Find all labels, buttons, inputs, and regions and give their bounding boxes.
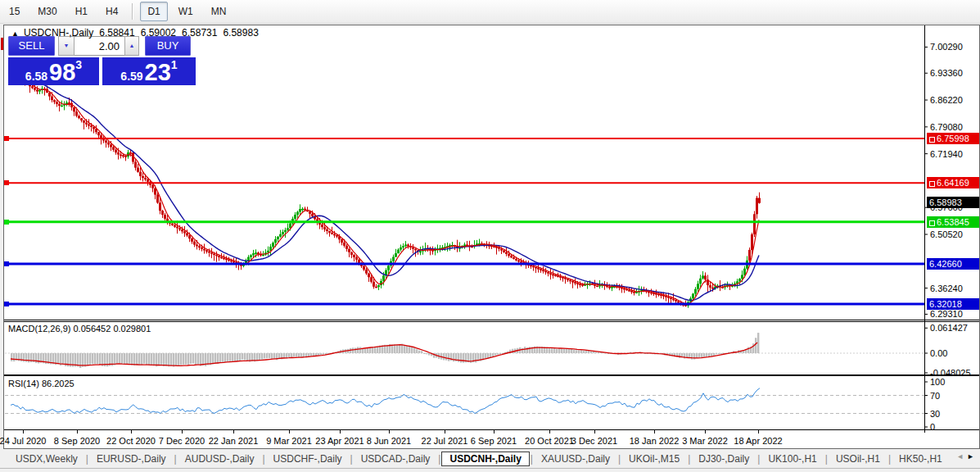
line-edge-marker[interactable] [4,302,9,306]
ohlc-low: 6.58731 [182,27,217,39]
axis-price-label: 6.29310 [930,309,963,319]
ohlc-high: 6.59002 [141,27,176,39]
tab-scroll-right-icon[interactable]: ► [967,452,978,461]
timeframe-button-w1[interactable]: W1 [171,2,201,21]
buy-price-prefix: 6.59 [120,69,142,84]
chart-tab-bar: USDX,Weekly|EURUSD-,Daily|AUDUSD-,Daily|… [0,450,980,469]
spin-down-icon: ▼ [64,43,70,48]
collapse-panel-icon[interactable]: ▲ [11,30,19,38]
macd-histogram [11,333,759,368]
chart-tab-usdcnh[interactable]: USDCNH-,Daily [441,452,529,466]
timeframe-button-mn[interactable]: MN [204,2,234,21]
axis-price-badge: 6.64169 [927,177,979,188]
timeframe-button-15[interactable]: 15 [2,2,27,21]
sell-price-main: 98 [49,61,75,84]
chart-tab-xauusd[interactable]: XAUUSD-,Daily [534,452,617,466]
line-marker-icon [929,220,935,226]
chart-canvas[interactable] [4,25,979,448]
axis-price-badge: 6.75998 [927,133,979,144]
macd-axis-label: 0.00 [930,348,947,358]
line-edge-marker[interactable] [4,220,9,225]
axis-price-badge: 6.32018 [927,298,979,310]
timeframe-button-h1[interactable]: H1 [68,2,95,21]
volume-decrease-button[interactable]: ▼ [58,36,75,56]
buy-price-pip: 1 [171,59,178,70]
buy-button[interactable]: BUY [145,36,191,56]
axis-price-label: 6.79080 [930,122,963,132]
window-edge-marker [1,38,3,50]
chart-tab-usdcad[interactable]: USDCAD-,Daily [354,452,438,466]
axis-price-label: 7.00290 [930,42,963,52]
sell-button[interactable]: SELL [8,36,55,56]
macd-axis-label: 0.061427 [930,323,968,333]
line-edge-marker[interactable] [4,261,9,266]
rsi-axis-label: 100 [930,377,945,387]
chart-tab-dj30[interactable]: DJ30-,Daily [691,452,756,466]
spin-up-icon: ▲ [129,43,135,48]
rsi-line [11,388,760,414]
axis-price-badge: 6.53845 [927,216,979,228]
chart-window: ▲USDCNH-,Daily6.588416.590026.587316.589… [3,25,980,449]
sell-price-prefix: 6.58 [25,69,47,84]
sell-price-pip: 3 [75,59,82,70]
ohlc-close: 6.58983 [223,27,258,39]
volume-increase-button[interactable]: ▲ [124,36,139,56]
volume-input[interactable] [75,36,124,56]
macd-indicator-label: MACD(12,26,9) 0.056452 0.029801 [8,324,151,334]
ma-slow-line [12,75,759,301]
timeframe-toolbar: 15M30H1H4D1W1MN [0,0,980,24]
chart-symbol-period: USDCNH-,Daily [24,27,93,39]
line-marker-icon [929,137,935,143]
tab-scroll-left-icon[interactable]: ◄ [956,452,967,461]
axis-price-label: 6.36240 [930,284,963,293]
timeframe-button-m30[interactable]: M30 [30,2,64,21]
chart-tab-audusd[interactable]: AUDUSD-,Daily [178,452,262,466]
line-marker-icon [929,181,935,187]
tab-scroll-arrows: ◄► [956,452,978,461]
sell-price-panel[interactable]: 6.58 98 3 [8,57,99,85]
candles-layer [11,70,761,307]
date-axis-label: 18 Apr 2022 [724,436,793,446]
timeframe-button-d1[interactable]: D1 [140,2,167,21]
axis-price-badge: 6.42660 [927,258,979,270]
axis-price-label: 6.86220 [930,95,963,105]
status-strip [0,469,980,472]
ohlc-open: 6.58841 [99,27,134,39]
chart-tab-ukoil[interactable]: UKOil-,M15 [621,452,687,466]
rsi-axis-label: 30 [930,409,940,419]
axis-price-label: 6.71940 [930,149,963,159]
chart-title: ▲USDCNH-,Daily6.588416.590026.587316.589… [11,27,259,39]
axis-price-label: 6.93360 [930,68,963,78]
chart-tab-eurusd[interactable]: EURUSD-,Daily [89,452,174,466]
timeframe-button-h4[interactable]: H4 [98,2,125,21]
rsi-axis-label: 70 [930,391,940,401]
buy-price-panel[interactable]: 6.59 23 1 [102,57,196,85]
chart-tab-usdchf[interactable]: USDCHF-,Daily [266,452,350,466]
axis-price-badge: 6.58983 [927,197,979,208]
date-axis-label: 3 Dec 2021 [560,436,629,446]
one-click-trading-panel: SELL ▼ ▲ BUY 6.58 98 3 6.59 23 1 [8,36,196,85]
line-edge-marker[interactable] [4,136,9,141]
axis-price-label: 6.50520 [930,229,963,239]
chart-tab-uk100[interactable]: UK100-,H1 [761,452,824,466]
chart-tab-usoil[interactable]: USOil-,H1 [829,452,887,466]
chart-tab-usdx[interactable]: USDX,Weekly [8,452,85,466]
rsi-indicator-label: RSI(14) 86.2025 [8,379,75,388]
buy-price-main: 23 [145,61,171,84]
chart-tab-hk50[interactable]: HK50-,H1 [892,452,950,466]
line-edge-marker[interactable] [4,180,9,185]
toolbar-separator [132,3,133,20]
rsi-axis-label: 0 [930,422,935,432]
